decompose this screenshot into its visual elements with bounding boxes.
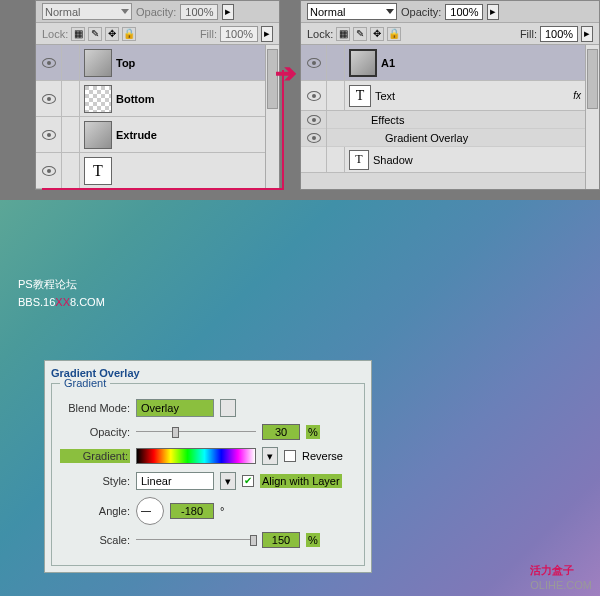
- fx-badge[interactable]: fx: [573, 90, 581, 101]
- opacity-stepper[interactable]: ▸: [487, 4, 499, 20]
- lock-all-icon[interactable]: 🔒: [387, 27, 401, 41]
- chevron-down-icon: [121, 9, 129, 14]
- layer-name[interactable]: A1: [381, 57, 599, 69]
- visibility-toggle[interactable]: [301, 129, 327, 147]
- opacity-stepper[interactable]: ▸: [222, 4, 234, 20]
- gradient-overlay-dialog: Gradient Overlay Gradient Blend Mode: Ov…: [44, 360, 372, 573]
- eye-icon: [42, 130, 56, 140]
- align-checkbox[interactable]: ✔: [242, 475, 254, 487]
- fill-stepper[interactable]: ▸: [261, 26, 273, 42]
- scale-input[interactable]: 150: [262, 532, 300, 548]
- eye-icon: [307, 58, 321, 68]
- link-cell[interactable]: [327, 81, 345, 111]
- lock-all-icon[interactable]: 🔒: [122, 27, 136, 41]
- blend-mode-select[interactable]: Overlay: [136, 399, 214, 417]
- link-cell[interactable]: [62, 117, 80, 153]
- layer-row[interactable]: T Text fx ▾: [301, 81, 599, 111]
- visibility-toggle[interactable]: [36, 81, 62, 117]
- opacity-label: Opacity:: [60, 426, 130, 438]
- blend-mode-select[interactable]: Normal: [307, 3, 397, 20]
- layer-name[interactable]: Bottom: [116, 93, 279, 105]
- layer-name[interactable]: Shadow: [373, 154, 413, 166]
- text-layer-thumb[interactable]: T: [349, 150, 369, 170]
- reverse-checkbox[interactable]: [284, 450, 296, 462]
- link-cell[interactable]: [327, 147, 345, 173]
- opacity-slider[interactable]: [136, 425, 256, 439]
- link-cell[interactable]: [62, 153, 80, 189]
- layer-row[interactable]: Extrude: [36, 117, 279, 153]
- percent-label: %: [306, 533, 320, 547]
- scroll-thumb[interactable]: [587, 49, 598, 109]
- gradient-row: Gradient: ▾ Reverse: [60, 447, 356, 465]
- blend-mode-dropdown-button[interactable]: [220, 399, 236, 417]
- lock-move-icon[interactable]: ✥: [105, 27, 119, 41]
- opacity-value[interactable]: 100%: [180, 4, 218, 20]
- effects-row[interactable]: Effects: [301, 111, 599, 129]
- layer-row[interactable]: Bottom: [36, 81, 279, 117]
- text-layer-thumb[interactable]: T: [84, 157, 112, 185]
- lock-transparency-icon[interactable]: ▦: [336, 27, 350, 41]
- fill-label: Fill:: [520, 28, 537, 40]
- gradient-fieldset: Gradient Blend Mode: Overlay Opacity: 30…: [51, 383, 365, 566]
- slider-knob[interactable]: [250, 535, 257, 546]
- link-cell[interactable]: [327, 45, 345, 81]
- opacity-input[interactable]: 30: [262, 424, 300, 440]
- style-dropdown-button[interactable]: ▾: [220, 472, 236, 490]
- opacity-label: Opacity:: [136, 6, 176, 18]
- fill-value[interactable]: 100%: [540, 26, 578, 42]
- effect-item-label: Gradient Overlay: [385, 132, 468, 144]
- gradient-dropdown-button[interactable]: ▾: [262, 447, 278, 465]
- angle-dial[interactable]: [136, 497, 164, 525]
- fieldset-legend: Gradient: [60, 377, 110, 389]
- footer-watermark: 活力盒子 OLIHE.COM: [530, 563, 592, 592]
- visibility-toggle[interactable]: [301, 111, 327, 129]
- fill-value[interactable]: 100%: [220, 26, 258, 42]
- opacity-value[interactable]: 100%: [445, 4, 483, 20]
- link-cell[interactable]: [62, 45, 80, 81]
- gradient-swatch[interactable]: [136, 448, 256, 464]
- layer-thumb[interactable]: [84, 49, 112, 77]
- align-label: Align with Layer: [260, 474, 342, 488]
- layer-row[interactable]: T: [36, 153, 279, 189]
- blend-mode-select[interactable]: Normal: [42, 3, 132, 20]
- scroll-thumb[interactable]: [267, 49, 278, 109]
- layer-name[interactable]: Top: [116, 57, 279, 69]
- lock-move-icon[interactable]: ✥: [370, 27, 384, 41]
- effect-item-row[interactable]: Gradient Overlay: [301, 129, 599, 147]
- layer-thumb[interactable]: [84, 85, 112, 113]
- layer-list: Top Bottom Extrude T: [36, 45, 279, 189]
- visibility-toggle[interactable]: [301, 45, 327, 81]
- angle-label: Angle:: [60, 505, 130, 517]
- visibility-toggle[interactable]: [36, 45, 62, 81]
- layer-row[interactable]: A1: [301, 45, 599, 81]
- fill-stepper[interactable]: ▸: [581, 26, 593, 42]
- style-value: Linear: [141, 475, 172, 487]
- lock-brush-icon[interactable]: ✎: [353, 27, 367, 41]
- lock-brush-icon[interactable]: ✎: [88, 27, 102, 41]
- layers-panel-right: Normal Opacity: 100% ▸ Lock: ▦ ✎ ✥ 🔒 Fil…: [300, 0, 600, 190]
- visibility-toggle[interactable]: [36, 117, 62, 153]
- wm-c: 8.COM: [70, 296, 105, 308]
- scale-row: Scale: 150 %: [60, 532, 356, 548]
- angle-input[interactable]: -180: [170, 503, 214, 519]
- link-cell[interactable]: [62, 81, 80, 117]
- lock-transparency-icon[interactable]: ▦: [71, 27, 85, 41]
- scale-slider[interactable]: [136, 533, 256, 547]
- visibility-toggle[interactable]: [301, 147, 327, 173]
- layer-name[interactable]: Text: [375, 90, 573, 102]
- visibility-toggle[interactable]: [36, 153, 62, 189]
- layer-thumb[interactable]: [349, 49, 377, 77]
- slider-knob[interactable]: [172, 427, 179, 438]
- layer-row[interactable]: Top: [36, 45, 279, 81]
- visibility-toggle[interactable]: [301, 81, 327, 111]
- layer-thumb[interactable]: [84, 121, 112, 149]
- layer-row[interactable]: T Shadow: [301, 147, 599, 173]
- blend-mode-value: Normal: [45, 6, 80, 18]
- style-select[interactable]: Linear: [136, 472, 214, 490]
- text-layer-thumb[interactable]: T: [349, 85, 371, 107]
- eye-icon: [307, 115, 321, 125]
- layers-panel-left: Normal Opacity: 100% ▸ Lock: ▦ ✎ ✥ 🔒 Fil…: [35, 0, 280, 190]
- layer-name[interactable]: Extrude: [116, 129, 279, 141]
- scrollbar[interactable]: [585, 45, 599, 189]
- scrollbar[interactable]: [265, 45, 279, 189]
